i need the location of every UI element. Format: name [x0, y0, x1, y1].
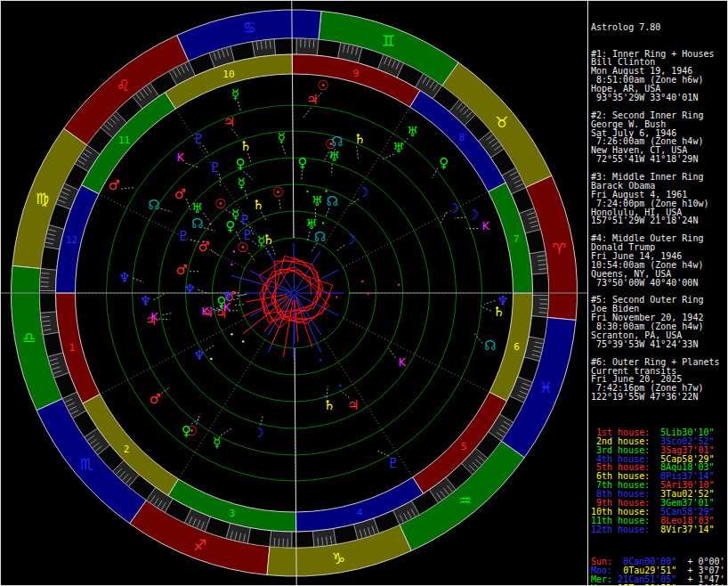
- degree-dot: [322, 222, 324, 224]
- app-title: Astrolog 7.80: [591, 23, 726, 32]
- uranus-glyph-ring3: ♅: [191, 200, 203, 216]
- pointer-dash: [206, 345, 215, 351]
- cusp-line-8: [343, 191, 488, 267]
- pointer-dash: [481, 306, 491, 311]
- pointer-dash: [266, 248, 271, 256]
- uranus-glyph-ring4: ♅: [328, 149, 340, 165]
- house-number-12: 12: [66, 234, 77, 246]
- degree-dot: [324, 395, 326, 397]
- ring-coords: 157°51'29W 21°18'24N: [591, 216, 726, 225]
- degree-dot: [367, 293, 368, 295]
- sign-glyph-virgo: ♍: [36, 190, 49, 208]
- house-number-1: 1: [69, 342, 76, 354]
- node-glyph-ring1: ☊: [314, 229, 326, 245]
- ring-info-sections: #1: Inner Ring + HousesBill ClintonMon A…: [591, 50, 726, 411]
- tick-cell: [270, 531, 292, 548]
- sign-glyph-libra: ♎: [22, 329, 36, 346]
- sun-glyph-ring3: ☉: [214, 196, 226, 212]
- tick-cell: [530, 251, 548, 274]
- uranus-glyph-ring2: ♅: [311, 193, 323, 209]
- house-number-2: 2: [124, 444, 130, 455]
- spacer: [591, 402, 726, 411]
- aspect-web: [231, 243, 344, 358]
- neptune-glyph-ring3: ♆: [193, 347, 205, 363]
- astro-wheel: ♈♉♊♋♌♍♎♏♐♑♒♓123456789101112☉☽☿♀♂♃♄♅♆♇☊K☉…: [0, 0, 588, 586]
- saturn-glyph-ring4: ♄: [239, 138, 251, 154]
- cusp-line-6: [344, 318, 489, 392]
- saturn-glyph-ring1: ♄: [263, 232, 274, 248]
- pointer-dash: [302, 170, 303, 181]
- sign-glyph-taurus: ♉: [495, 113, 508, 131]
- astrolog-window: ♈♉♊♋♌♍♎♏♐♑♒♓123456789101112☉☽☿♀♂♃♄♅♆♇☊K☉…: [0, 0, 728, 586]
- chiron-glyph-ring5: K: [177, 151, 185, 164]
- degree-dot: [209, 223, 211, 224]
- pluto-glyph-ring3: ♇: [177, 228, 189, 244]
- jupiter-glyph-ring6: ♃: [306, 92, 318, 108]
- tick-cell: [274, 38, 296, 55]
- mercury-glyph-ring3: ☿: [238, 175, 246, 191]
- ring-coords: 75°39'53W 41°24'33N: [591, 340, 726, 349]
- pointer-dash: [332, 164, 333, 175]
- node-glyph-ring2: ☊: [327, 193, 338, 209]
- cusp-line-2: [100, 319, 245, 395]
- cusp-line-3: [179, 340, 265, 479]
- chiron-glyph-ring4: K: [150, 310, 158, 323]
- degree-dot: [309, 223, 311, 224]
- house-number-11: 11: [118, 134, 130, 146]
- tick-cell: [40, 312, 59, 335]
- pointer-dash: [261, 415, 263, 426]
- house-number-9: 9: [353, 68, 360, 79]
- pointer-dash: [327, 386, 328, 397]
- sidebar-divider: [587, 0, 588, 586]
- neptune-glyph-ring6: ♆: [497, 293, 509, 309]
- pointer-dash: [336, 245, 344, 251]
- pointer-dash: [221, 428, 231, 435]
- pointer-dash: [121, 188, 134, 189]
- sign-glyph-aquarius: ♒: [458, 492, 472, 509]
- sign-glyph-leo: ♌: [117, 77, 130, 94]
- saturn-glyph-ring2: ♄: [253, 197, 264, 213]
- degree-dot: [231, 264, 232, 265]
- tick-cell: [40, 269, 57, 291]
- mercury-glyph-ring5: ☿: [213, 435, 221, 451]
- sign-glyph-capricorn: ♑: [332, 549, 345, 567]
- aspect-spike: [246, 294, 287, 302]
- saturn-glyph-ring5: ♄: [354, 131, 366, 147]
- degree-dot: [210, 358, 212, 360]
- degree-dot: [361, 281, 363, 282]
- planet-ring-5: ☉☽☿♀♂♃♄♅♆♇☊K: [119, 114, 460, 452]
- chiron-glyph-ring6: K: [481, 219, 489, 232]
- tick-cell: [313, 528, 336, 547]
- pointer-dash: [248, 153, 252, 163]
- pointer-dash: [455, 217, 466, 218]
- degree-dot: [306, 191, 308, 192]
- jupiter-glyph-ring5: ♃: [223, 114, 235, 130]
- moon-glyph-ring5: ☽: [448, 200, 459, 216]
- house-number-4: 4: [357, 507, 363, 518]
- degree-dot: [233, 250, 235, 252]
- pointer-dash: [389, 348, 395, 358]
- pointer-dash: [303, 108, 311, 118]
- info-sidebar: Astrolog 7.80 #1: Inner Ring + HousesBil…: [591, 5, 726, 586]
- degree-dot: [320, 359, 321, 361]
- sign-glyph-aries: ♈: [553, 240, 566, 257]
- saturn-glyph-ring3: ♄: [323, 397, 335, 413]
- sign-glyph-scorpio: ♏: [80, 455, 93, 473]
- pointer-dash: [282, 146, 286, 157]
- aspect-spike: [296, 300, 312, 347]
- house-number-6: 6: [514, 341, 520, 353]
- pointer-dash: [325, 208, 329, 218]
- degree-dot: [231, 333, 232, 335]
- pointer-dash: [158, 319, 169, 320]
- moon-glyph-ring1: ☽: [344, 232, 356, 248]
- degree-dot: [336, 296, 337, 297]
- jupiter-glyph-ring3: ♃: [347, 397, 359, 413]
- pointer-dash: [279, 199, 281, 210]
- ring-coords: 72°55'41W 41°18'29N: [591, 155, 726, 164]
- pluto-glyph-ring4: ♇: [209, 159, 221, 175]
- tick-cell: [292, 531, 314, 548]
- neptune-glyph-ring5: ♆: [119, 270, 131, 286]
- house-number-8: 8: [459, 132, 465, 143]
- pluto-glyph-ring1: ♇: [241, 227, 253, 243]
- pluto-glyph-ring5: ♇: [193, 131, 205, 147]
